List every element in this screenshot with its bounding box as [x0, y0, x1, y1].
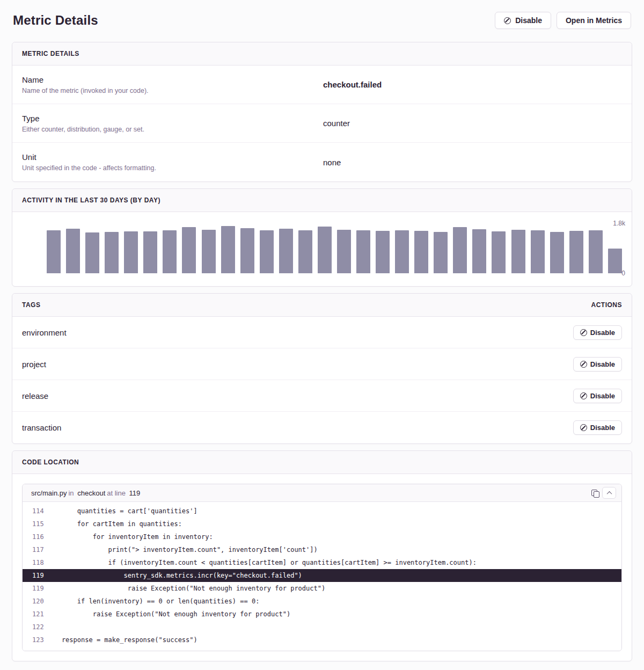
copy-icon[interactable] — [591, 490, 597, 496]
activity-bar — [47, 230, 61, 273]
code-line-number: 117 — [23, 543, 46, 556]
activity-bar — [472, 229, 486, 273]
y-axis-tick-zero: 0 — [621, 270, 625, 277]
detail-label: Unit — [22, 152, 322, 162]
code-line-number: 116 — [23, 530, 46, 543]
activity-bar — [202, 230, 216, 273]
code-function-name: checkout — [77, 489, 105, 497]
activity-panel: ACTIVITY IN THE LAST 30 DAYS (BY DAY) 1.… — [12, 188, 632, 287]
activity-panel-header: ACTIVITY IN THE LAST 30 DAYS (BY DAY) — [12, 189, 632, 212]
activity-bar — [531, 230, 545, 273]
open-in-metrics-button[interactable]: Open in Metrics — [557, 12, 631, 29]
code-line: 116 for inventoryItem in inventory: — [23, 530, 621, 543]
tag-name: transaction — [22, 423, 61, 432]
activity-bar — [279, 229, 293, 273]
detail-description: Unit specified in the code - affects for… — [22, 164, 322, 172]
disable-tag-button-release[interactable]: Disable — [573, 389, 622, 403]
code-line-number: 122 — [23, 621, 46, 633]
code-line: 121 raise Exception("Not enough inventor… — [23, 608, 621, 621]
activity-bar — [453, 227, 467, 273]
tags-section-title: TAGS — [22, 301, 40, 309]
code-path-connector: at line — [107, 489, 126, 497]
activity-bar — [414, 231, 428, 273]
tag-row-transaction: transactionDisable — [12, 412, 632, 443]
metric-name-value: checkout.failed — [322, 80, 622, 89]
code-line-text: raise Exception("Not enough inventory fo… — [46, 608, 290, 621]
disable-tag-button-project[interactable]: Disable — [573, 357, 622, 372]
code-line-text: response = make_response("success") — [46, 633, 197, 646]
activity-bar — [337, 230, 351, 273]
activity-bar — [221, 226, 235, 273]
code-line: 114 quantities = cart['quantities'] — [23, 505, 621, 518]
tag-row-environment: environmentDisable — [12, 317, 632, 348]
activity-bar — [356, 230, 370, 273]
code-line: 119 raise Exception("Not enough inventor… — [23, 582, 621, 595]
activity-bar — [550, 232, 564, 273]
tag-name: environment — [22, 328, 67, 337]
code-line-number: 119 — [23, 569, 46, 582]
activity-bar — [608, 249, 622, 273]
code-line-number: 119 — [23, 582, 46, 595]
code-location-panel-header: CODE LOCATION — [12, 451, 632, 474]
actions-column-title: ACTIONS — [591, 301, 623, 309]
disable-button-label: Disable — [590, 329, 615, 336]
code-line-text: sentry_sdk.metrics.incr(key="checkout.fa… — [46, 569, 302, 582]
ban-icon — [580, 329, 587, 336]
detail-label: Name — [22, 75, 322, 84]
code-line-highlighted: 119 sentry_sdk.metrics.incr(key="checkou… — [23, 569, 621, 582]
metric-details-panel-header: METRIC DETAILS — [12, 42, 632, 65]
activity-bar — [260, 230, 274, 273]
tags-list: environmentDisableprojectDisablereleaseD… — [12, 317, 632, 443]
code-line-text: for cartItem in quantities: — [46, 518, 182, 530]
code-line-text: print("> inventoryItem.count", inventory… — [46, 543, 318, 556]
code-line-text: for inventoryItem in inventory: — [46, 530, 213, 543]
detail-description: Name of the metric (invoked in your code… — [22, 87, 322, 94]
activity-bar — [66, 229, 80, 273]
activity-bar — [589, 230, 603, 273]
ban-icon — [504, 17, 511, 24]
activity-bar — [163, 230, 177, 273]
code-line: 115 for cartItem in quantities: — [23, 518, 621, 530]
code-frame: src/main.pyin checkoutat line 119 114 qu… — [22, 484, 622, 651]
code-line-number: 118 — [23, 556, 46, 569]
chevron-up-icon — [606, 491, 612, 496]
activity-bar — [395, 230, 409, 273]
disable-tag-button-transaction[interactable]: Disable — [573, 420, 622, 435]
code-line-number: 115 — [23, 518, 46, 530]
tag-name: release — [22, 391, 48, 400]
code-line-number: 114 — [23, 505, 46, 518]
activity-bar-chart — [47, 224, 622, 273]
page-title: Metric Details — [13, 13, 98, 28]
code-line-number: 121 — [23, 608, 46, 621]
disable-button-label: Disable — [590, 424, 615, 431]
code-line-text: if (inventoryItem.count < quantities[car… — [46, 556, 477, 569]
code-line-text: raise Exception("Not enough inventory fo… — [46, 582, 325, 595]
code-line: 123 response = make_response("success") — [23, 633, 621, 646]
page-header: Metric Details Disable Open in Metrics — [12, 12, 632, 29]
activity-bar — [569, 231, 583, 273]
header-actions: Disable Open in Metrics — [495, 12, 631, 29]
code-path: src/main.pyin checkoutat line 119 — [31, 489, 142, 497]
activity-bar — [124, 231, 138, 273]
disable-button-label: Disable — [590, 361, 615, 368]
activity-bar — [434, 232, 448, 273]
activity-section-title: ACTIVITY IN THE LAST 30 DAYS (BY DAY) — [22, 196, 160, 204]
code-file-name: src/main.py — [31, 489, 67, 497]
disable-metric-button[interactable]: Disable — [495, 12, 551, 29]
disable-tag-button-environment[interactable]: Disable — [573, 325, 622, 340]
code-line-text: quantities = cart['quantities'] — [46, 505, 197, 518]
collapse-code-button[interactable] — [602, 487, 616, 499]
tag-name: project — [22, 360, 46, 369]
metric-type-value: counter — [322, 119, 622, 128]
code-line-text: if len(inventory) == 0 or len(quantities… — [46, 595, 259, 608]
activity-bar — [511, 230, 525, 273]
metric-details-panel: METRIC DETAILS Name Name of the metric (… — [12, 42, 632, 182]
detail-row-name: Name Name of the metric (invoked in your… — [12, 65, 632, 104]
activity-bar — [85, 232, 99, 273]
code-line: 117 print("> inventoryItem.count", inven… — [23, 543, 621, 556]
activity-chart: 1.8k 0 — [12, 212, 632, 286]
activity-bar — [182, 227, 196, 273]
code-location-section-title: CODE LOCATION — [22, 458, 79, 466]
ban-icon — [580, 392, 587, 399]
activity-bar — [105, 232, 119, 273]
